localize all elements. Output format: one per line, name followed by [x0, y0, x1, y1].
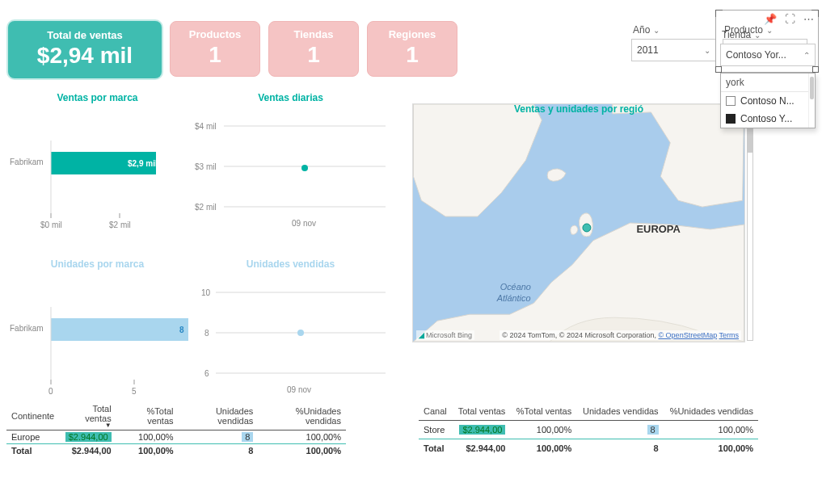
cell: 100,00%	[510, 420, 576, 439]
cell: 100,00%	[664, 420, 758, 439]
more-options-icon[interactable]: ⋯	[803, 13, 814, 25]
map-attr-osm-link[interactable]: © OpenStreetMap	[658, 331, 717, 339]
slicer-store-option-1-label: Contoso Y...	[740, 113, 792, 124]
cell: 100,00%	[664, 439, 758, 457]
axis-tick: $2 mil	[109, 220, 131, 229]
checkbox-icon[interactable]	[726, 96, 736, 106]
chevron-down-icon: ⌄	[653, 26, 660, 35]
card-regiones-label: Regiones	[368, 28, 457, 40]
table-by-canal[interactable]: Canal Total ventas %Total ventas Unidade…	[419, 402, 758, 457]
col-pct-unidades[interactable]: %Unidades vendidas	[258, 402, 346, 430]
map-visual[interactable]: EUROPA Océano Atlántico ◢ Microsoft Bing…	[412, 103, 745, 342]
map-attribution: © 2024 TomTom, © 2024 Microsoft Corporat…	[500, 330, 741, 340]
axis-category: Fabrikam	[10, 158, 44, 166]
chart-unidades-por-marca[interactable]: Unidades por marca Fabrikam 8 0 5	[6, 258, 188, 410]
bar[interactable]	[51, 318, 188, 341]
col-continente[interactable]: Continente	[6, 402, 59, 430]
chevron-down-icon: ⌄	[754, 31, 761, 40]
axis-tick: 0	[48, 387, 53, 396]
axis-tick: $4 mil	[195, 122, 217, 131]
col-unidades-vendidas[interactable]: Unidades vendidas	[576, 402, 663, 420]
map-bubble[interactable]	[583, 224, 591, 232]
slicer-store-dropdown[interactable]: york Contoso N... Contoso Y...	[720, 73, 816, 128]
col-total-ventas[interactable]: Total ventas▼	[59, 402, 116, 430]
focus-mode-icon[interactable]: ⛶	[785, 13, 795, 25]
slicer-year-value: 2011	[637, 44, 659, 56]
slicer-store-option-0-label: Contoso N...	[740, 95, 795, 107]
card-tiendas[interactable]: Tiendas 1	[268, 21, 359, 77]
table-total-row: Total $2.944,00 100,00% 8 100,00%	[6, 444, 346, 458]
checkbox-icon[interactable]	[726, 114, 736, 124]
card-productos-label: Productos	[171, 28, 259, 40]
col-unidades-vendidas[interactable]: Unidades vendidas	[179, 402, 259, 430]
col-canal[interactable]: Canal	[419, 402, 452, 420]
slicer-year-label: Año⌄	[631, 21, 716, 39]
col-total-ventas[interactable]: Total ventas	[452, 402, 510, 420]
bar-value-label: 8	[179, 326, 184, 334]
chart-title: Unidades por marca	[6, 258, 188, 270]
table-by-continent[interactable]: Continente Total ventas▼ %Total ventas U…	[6, 402, 346, 457]
table-total-row: Total $2.944,00 100,00% 8 100,00%	[419, 439, 758, 457]
chart-ventas-por-marca[interactable]: Ventas por marca Fabrikam $2,9 mil $0 mi…	[6, 92, 188, 244]
dropdown-scrollbar[interactable]	[808, 74, 815, 128]
axis-tick: 09 nov	[287, 385, 311, 394]
cell: Europe	[6, 430, 59, 444]
col-pct-total-ventas[interactable]: %Total ventas	[116, 402, 179, 430]
cell: 8	[576, 439, 663, 457]
table-row: Continente Total ventas▼ %Total ventas U…	[6, 402, 346, 430]
axis-category: Fabrikam	[10, 324, 44, 333]
cell: $2.944,00	[452, 439, 510, 457]
data-point[interactable]	[297, 330, 304, 336]
card-regiones[interactable]: Regiones 1	[367, 21, 457, 77]
slicer-year-value-box[interactable]: 2011 ⌄	[631, 39, 716, 61]
axis-tick: $3 mil	[195, 162, 217, 171]
slicer-store-option-0[interactable]: Contoso N...	[721, 92, 815, 110]
axis-tick: 5	[132, 387, 137, 396]
slicer-store-value-box[interactable]: Contoso Yor... ⌃	[720, 44, 816, 66]
map-label-europe: EUROPA	[637, 223, 681, 235]
map-label-ocean1: Océano	[500, 282, 531, 292]
chart-unidades-vendidas[interactable]: Unidades vendidas 10 8 6 09 nov	[192, 258, 390, 410]
card-total-label: Total de ventas	[8, 29, 162, 41]
chart-title: Ventas por marca	[6, 92, 188, 103]
card-total-ventas[interactable]: Total de ventas $2,94 mil	[8, 21, 162, 78]
card-total-value: $2,94 mil	[8, 43, 162, 69]
cell: $2.944,00	[65, 432, 112, 442]
cell: 8	[242, 432, 253, 442]
cell: Total	[419, 439, 452, 457]
chevron-up-icon: ⌃	[803, 51, 810, 60]
axis-tick: 8	[204, 329, 209, 338]
cell: 100,00%	[116, 430, 179, 444]
map-provider-badge: ◢ Microsoft Bing	[416, 330, 474, 340]
map-attr-terms-link[interactable]: Terms	[719, 331, 740, 339]
map-scrollbar[interactable]	[747, 118, 753, 341]
table-row[interactable]: Europe $2.944,00 100,00% 8 100,00%	[6, 430, 346, 444]
col-pct-total-ventas[interactable]: %Total ventas	[510, 402, 576, 420]
chart-title: Unidades vendidas	[192, 258, 390, 270]
card-productos[interactable]: Productos 1	[170, 21, 260, 77]
slicer-year[interactable]: Año⌄ 2011 ⌄	[631, 21, 716, 61]
axis-tick: 09 nov	[292, 219, 316, 228]
bar-value-label: $2,9 mil	[128, 159, 158, 168]
sort-desc-icon: ▼	[64, 423, 111, 428]
slicer-store-option-1[interactable]: Contoso Y...	[721, 110, 815, 128]
data-point[interactable]	[301, 165, 308, 171]
col-pct-unidades[interactable]: %Unidades vendidas	[664, 402, 758, 420]
card-tiendas-label: Tiendas	[269, 28, 358, 40]
slicer-store-value: Contoso Yor...	[726, 49, 786, 61]
axis-tick: 10	[201, 288, 211, 297]
slicer-store-search[interactable]: york	[721, 74, 815, 92]
chevron-down-icon: ⌄	[704, 46, 710, 55]
card-tiendas-value: 1	[269, 42, 358, 68]
card-regiones-value: 1	[368, 42, 457, 68]
cell: 100,00%	[510, 439, 576, 457]
chart-title: Ventas diarias	[192, 92, 390, 103]
table-row[interactable]: Store $2.944,00 100,00% 8 100,00%	[419, 420, 758, 439]
axis-tick: $0 mil	[40, 220, 62, 229]
bing-icon: ◢	[419, 331, 424, 339]
chart-ventas-diarias[interactable]: Ventas diarias $4 mil $3 mil $2 mil 09 n…	[192, 92, 390, 244]
table-row: Canal Total ventas %Total ventas Unidade…	[419, 402, 758, 420]
pin-icon[interactable]: 📌	[764, 13, 777, 25]
axis-tick: 6	[204, 369, 209, 378]
cell: 100,00%	[258, 430, 346, 444]
